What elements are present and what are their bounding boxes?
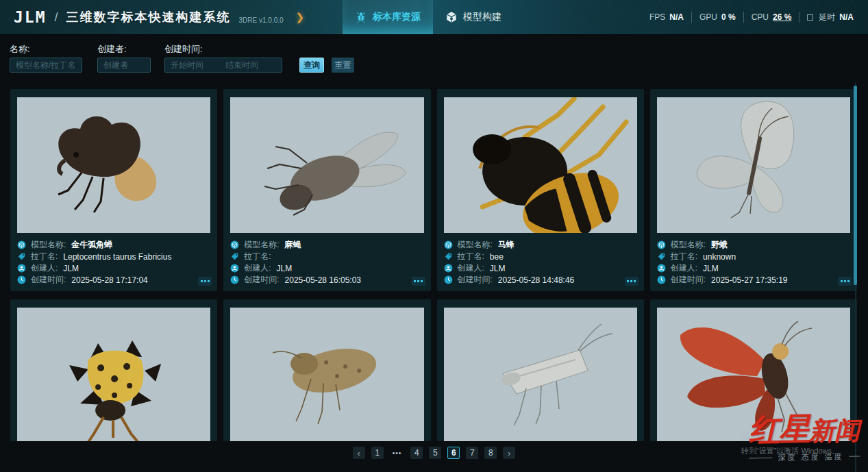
model-icon [657, 240, 666, 249]
page-button-6-active[interactable]: 6 [447, 447, 460, 459]
moth-illustration [657, 97, 850, 233]
start-time-input[interactable] [165, 58, 220, 72]
created-at-value: 2025-05-28 16:05:03 [285, 275, 361, 285]
model-name-value: 马蜂 [498, 239, 514, 251]
specimen-photo [657, 97, 850, 233]
pale-moth-illustration [444, 308, 637, 443]
stat-value: 0 % [721, 12, 736, 22]
creator-filter-label: 创建者: [97, 43, 151, 55]
stat-label: CPU [752, 12, 769, 22]
scrollbar-thumb[interactable] [854, 86, 857, 285]
creator-label: 创建人: [458, 262, 484, 274]
tag-icon [17, 252, 26, 261]
filter-bar: 名称: 创建者: 创建时间: 查询 重置 [10, 41, 868, 73]
specimen-photo [17, 97, 210, 233]
header: JLM / 三维数字标本快速构建系统 3DRE v1.0.0.0 ❯ 标本库 [0, 0, 868, 34]
specimen-meta: 模型名称: 金牛弧角蝉 拉丁名: Leptocentrus taurus Fab… [10, 233, 217, 291]
page-button-1[interactable]: 1 [371, 447, 384, 459]
page-button-5[interactable]: 5 [429, 447, 441, 459]
reset-button[interactable]: 重置 [332, 58, 354, 73]
more-actions-button[interactable] [198, 277, 212, 286]
latin-name-label: 拉丁名: [671, 251, 697, 262]
brand-separator: / [55, 10, 58, 25]
name-filter-label: 名称: [10, 43, 82, 55]
brandmark-tagline: 深度 态度 温度 [749, 451, 860, 464]
latency-icon [807, 14, 813, 21]
stat-value: 26 % [773, 12, 791, 22]
specimen-photo [444, 308, 637, 443]
nav-tabs: 标本库资源 模型构建 [343, 0, 514, 34]
fly-illustration [230, 97, 423, 233]
page-button-4[interactable]: 4 [410, 447, 423, 459]
creator-value: JLM [277, 264, 293, 273]
brandmark-text-1: 红星 [748, 411, 809, 448]
stat-latency: 延时 N/A [799, 12, 861, 23]
user-icon [444, 264, 453, 273]
wasp-illustration [444, 97, 637, 233]
model-name-value: 金牛弧角蝉 [71, 239, 112, 251]
treehopper-illustration [17, 97, 210, 233]
model-name-label: 模型名称: [244, 239, 279, 251]
specimen-meta: 模型名称: 麻蝇 拉丁名: 创建人: JLM 创建时间: 2025-05-28 … [223, 233, 430, 291]
stat-label: FPS [649, 12, 665, 22]
model-name-label: 模型名称: [458, 239, 493, 251]
latin-name-value: unknown [703, 252, 736, 262]
creator-label: 创建人: [244, 262, 271, 274]
date-range-picker[interactable] [164, 58, 282, 73]
system-stats: FPS N/A GPU 0 % CPU 26 % 延时 N/A [642, 0, 861, 34]
brandmark-text-2: 新闻 [809, 417, 860, 445]
creator-label: 创建人: [671, 262, 697, 274]
cube-icon [445, 11, 458, 23]
time-filter-group: 创建时间: [164, 43, 282, 73]
news-brandmark: 红星新闻 深度 态度 温度 [748, 408, 860, 464]
tag-icon [657, 252, 666, 261]
creator-label: 创建人: [31, 262, 58, 274]
stat-label: GPU [699, 12, 717, 22]
model-icon [17, 240, 26, 249]
query-button[interactable]: 查询 [299, 58, 324, 73]
name-filter-group: 名称: [10, 43, 82, 73]
tab-label: 标本库资源 [373, 11, 421, 23]
created-at-label: 创建时间: [458, 274, 493, 286]
logo: JLM [14, 8, 47, 26]
tab-specimen-library[interactable]: 标本库资源 [343, 0, 433, 34]
name-filter-input[interactable] [10, 58, 82, 73]
more-actions-button[interactable] [838, 277, 852, 286]
end-time-input[interactable] [220, 58, 275, 72]
pagination-ellipsis[interactable]: ••• [390, 447, 405, 459]
app-window: JLM / 三维数字标本快速构建系统 3DRE v1.0.0.0 ❯ 标本库 [0, 0, 868, 472]
creator-filter-input[interactable] [97, 58, 151, 73]
user-icon [17, 264, 26, 273]
page-button-8[interactable]: 8 [484, 447, 497, 459]
chevron-right-icon: ❯ [296, 11, 305, 23]
stat-label: 延时 [819, 12, 835, 23]
specimen-photo [230, 308, 423, 443]
footer-bar: ‹ 1 ••• 4 5 6 7 8 › [0, 441, 868, 472]
specimen-card[interactable]: 模型名称: 野蛾 拉丁名: unknown 创建人: JLM 创建时间: 202… [650, 89, 857, 291]
specimen-photo [17, 308, 210, 443]
latin-name-label: 拉丁名: [244, 251, 271, 262]
more-actions-button[interactable] [412, 277, 425, 286]
created-at-value: 2025-05-28 17:17:04 [71, 275, 147, 285]
page-title: 三维数字标本快速构建系统 [66, 9, 231, 25]
time-filter-label: 创建时间: [164, 43, 282, 55]
created-at-label: 创建时间: [244, 274, 279, 286]
next-page-button[interactable]: › [503, 447, 515, 459]
latin-name-label: 拉丁名: [458, 251, 484, 262]
specimen-card[interactable]: 模型名称: 马蜂 拉丁名: bee 创建人: JLM 创建时间: 2025-05… [437, 89, 644, 291]
more-actions-button[interactable] [625, 277, 638, 286]
creator-value: JLM [703, 264, 719, 273]
clock-icon [444, 275, 453, 284]
tag-icon [444, 252, 453, 261]
model-name-value: 麻蝇 [285, 239, 301, 251]
user-icon [230, 264, 239, 273]
stat-value: N/A [839, 12, 854, 22]
creator-filter-group: 创建者: [97, 43, 151, 73]
stat-gpu: GPU 0 % [691, 12, 743, 23]
specimen-card[interactable]: 模型名称: 金牛弧角蝉 拉丁名: Leptocentrus taurus Fab… [10, 89, 217, 291]
tab-model-build[interactable]: 模型构建 [433, 0, 514, 34]
page-button-7[interactable]: 7 [466, 447, 478, 459]
prev-page-button[interactable]: ‹ [353, 447, 365, 459]
latin-name-label: 拉丁名: [31, 251, 58, 262]
specimen-card[interactable]: 模型名称: 麻蝇 拉丁名: 创建人: JLM 创建时间: 2025-05-28 … [223, 89, 430, 291]
